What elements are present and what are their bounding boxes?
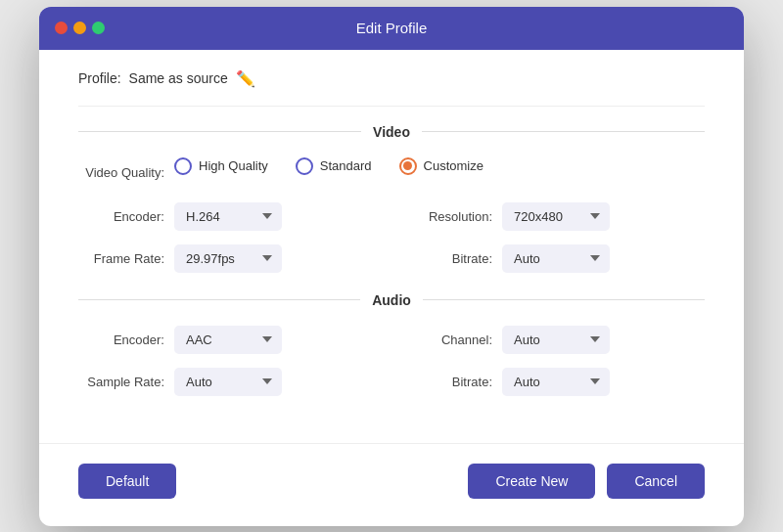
video-section-title: Video <box>373 124 410 140</box>
edit-icon[interactable]: ✏️ <box>236 69 255 88</box>
frame-rate-row: Frame Rate: 23.97fps 24fps 25fps 29.97fp… <box>78 244 377 273</box>
audio-encoder-select[interactable]: AAC MP3 AC3 FLAC <box>174 326 282 354</box>
audio-encoder-label: Encoder: <box>78 332 164 347</box>
video-section: Video Video Quality: High Quality Standa… <box>78 124 705 273</box>
right-button-group: Create New Cancel <box>468 464 705 499</box>
resolution-row: Resolution: Original 1920x1080 1280x720 … <box>406 202 705 231</box>
audio-section-divider: Audio <box>78 292 705 308</box>
audio-bitrate-row: Bitrate: Auto 96k 128k 192k 256k 320k <box>406 368 705 396</box>
cancel-button[interactable]: Cancel <box>607 464 705 499</box>
profile-label: Profile: <box>78 70 121 86</box>
video-encoder-select[interactable]: H.264 H.265 MPEG-4 ProRes <box>174 202 282 231</box>
titlebar: Edit Profile <box>39 7 744 50</box>
profile-row: Profile: Same as source ✏️ <box>78 69 705 88</box>
radio-outer-standard <box>296 157 313 175</box>
sample-rate-label: Sample Rate: <box>78 375 164 389</box>
video-bitrate-row: Bitrate: Auto 1000k 2000k 4000k 8000k <box>406 244 705 273</box>
video-quality-row: Video Quality: High Quality Standard <box>78 157 705 189</box>
video-quality-label: Video Quality: <box>78 165 164 180</box>
default-button[interactable]: Default <box>78 464 176 499</box>
traffic-lights <box>55 22 105 34</box>
channel-label: Channel: <box>406 332 492 347</box>
channel-row: Channel: Auto Mono Stereo 5.1 <box>406 326 705 354</box>
profile-divider <box>78 106 705 107</box>
resolution-label: Resolution: <box>406 209 492 224</box>
audio-section: Audio Encoder: AAC MP3 AC3 FLAC Channel: <box>78 292 705 396</box>
radio-label-high: High Quality <box>199 158 268 173</box>
radio-label-standard: Standard <box>320 158 372 173</box>
sample-rate-row: Sample Rate: Auto 44100 Hz 48000 Hz <box>78 368 377 396</box>
video-bitrate-label: Bitrate: <box>406 251 492 266</box>
sample-rate-select[interactable]: Auto 44100 Hz 48000 Hz <box>174 368 282 396</box>
radio-outer-customize <box>399 157 417 175</box>
radio-outer-high <box>174 157 192 175</box>
radio-standard[interactable]: Standard <box>296 157 372 175</box>
video-bitrate-select[interactable]: Auto 1000k 2000k 4000k 8000k <box>502 244 610 273</box>
close-button[interactable] <box>55 22 68 34</box>
audio-encoder-row: Encoder: AAC MP3 AC3 FLAC <box>78 326 377 354</box>
audio-section-title: Audio <box>372 292 411 308</box>
main-content: Profile: Same as source ✏️ Video Video Q… <box>39 50 744 443</box>
video-encoder-row: Encoder: H.264 H.265 MPEG-4 ProRes <box>78 202 377 231</box>
footer: Default Create New Cancel <box>39 443 744 526</box>
frame-rate-label: Frame Rate: <box>78 251 164 266</box>
video-section-divider: Video <box>78 124 705 140</box>
radio-inner-customize <box>403 161 412 170</box>
audio-bitrate-label: Bitrate: <box>406 375 492 389</box>
video-form-grid: Encoder: H.264 H.265 MPEG-4 ProRes Resol… <box>78 202 705 273</box>
resolution-select[interactable]: Original 1920x1080 1280x720 720x480 640x… <box>502 202 610 231</box>
frame-rate-select[interactable]: 23.97fps 24fps 25fps 29.97fps 30fps 60fp… <box>174 244 282 273</box>
radio-high-quality[interactable]: High Quality <box>174 157 268 175</box>
radio-customize[interactable]: Customize <box>399 157 484 175</box>
video-encoder-label: Encoder: <box>78 209 164 224</box>
edit-profile-window: Edit Profile Profile: Same as source ✏️ … <box>39 7 744 526</box>
audio-form-grid: Encoder: AAC MP3 AC3 FLAC Channel: Auto … <box>78 326 705 396</box>
profile-value: Same as source <box>129 70 228 86</box>
minimize-button[interactable] <box>73 22 86 34</box>
audio-bitrate-select[interactable]: Auto 96k 128k 192k 256k 320k <box>502 368 610 396</box>
video-quality-radio-group: High Quality Standard Customize <box>174 157 484 175</box>
create-new-button[interactable]: Create New <box>468 464 595 499</box>
maximize-button[interactable] <box>92 22 105 34</box>
channel-select[interactable]: Auto Mono Stereo 5.1 <box>502 326 610 354</box>
radio-label-customize: Customize <box>424 158 484 173</box>
window-title: Edit Profile <box>356 20 428 36</box>
